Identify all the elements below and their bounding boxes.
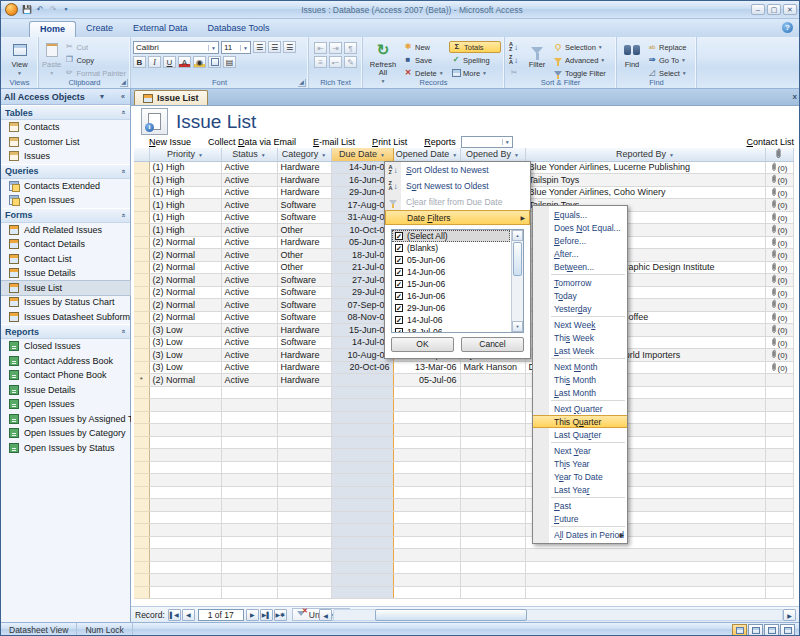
cell-rep[interactable] (525, 549, 765, 562)
new-record-button-nav[interactable]: ▶✱ (274, 609, 287, 621)
filter-value--select-all-[interactable]: ✓(Select All) (392, 230, 510, 242)
cell-sel[interactable] (134, 561, 149, 574)
cell-sta[interactable] (221, 561, 277, 574)
cell-sta[interactable]: Active (221, 374, 277, 387)
cell-att[interactable] (765, 474, 793, 487)
paste-button[interactable]: Paste▼ (41, 39, 62, 77)
menu-item-sort-oldest-to-newest[interactable]: AZ↓Sort Oldest to Newest (385, 162, 530, 178)
cell-sel[interactable] (134, 511, 149, 524)
menu-item-sort-newest-to-oldest[interactable]: ZA↓Sort Newest to Oldest (385, 178, 530, 194)
cell-due[interactable] (331, 586, 393, 599)
copy-button[interactable]: ❐Copy (62, 54, 128, 66)
cell-sta[interactable]: Active (221, 174, 277, 187)
cell-cat[interactable]: Other (277, 261, 331, 274)
cell-pri[interactable] (149, 386, 221, 399)
cell-od[interactable] (393, 511, 460, 524)
cell-due[interactable] (331, 524, 393, 537)
cell-due[interactable] (331, 436, 393, 449)
select-all-corner[interactable] (134, 148, 149, 161)
cell-att[interactable]: (0) (765, 224, 793, 237)
cell-pri[interactable] (149, 486, 221, 499)
cell-ob[interactable] (460, 499, 525, 512)
cell-sel[interactable] (134, 361, 149, 374)
checkbox-icon[interactable]: ✓ (395, 256, 403, 264)
cell-sta[interactable] (221, 399, 277, 412)
cell-cat[interactable]: Software (277, 336, 331, 349)
cell-sel[interactable]: * (134, 374, 149, 387)
filter-value-05-jun-06[interactable]: ✓05-Jun-06 (392, 254, 510, 266)
cell-due[interactable] (331, 386, 393, 399)
cell-att[interactable] (765, 561, 793, 574)
cell-att[interactable]: (0) (765, 174, 793, 187)
cell-cat[interactable]: Software (277, 274, 331, 287)
sidebar-item-issues-datasheet-subform[interactable]: Issues Datasheet Subform (1, 310, 130, 325)
cell-sta[interactable]: Active (221, 274, 277, 287)
cell-pri[interactable] (149, 511, 221, 524)
cell-att[interactable]: (0) (765, 199, 793, 212)
new-issue-link[interactable]: New Issue (149, 137, 191, 147)
cell-att[interactable]: (0) (765, 161, 793, 174)
filter-value-15-jun-06[interactable]: ✓15-Jun-06 (392, 278, 510, 290)
menu-item-clear-filter-from-due-date[interactable]: Clear filter from Due Date (385, 194, 530, 210)
cell-due[interactable] (331, 449, 393, 462)
datasheet-view-button[interactable] (732, 624, 747, 636)
collapse-chevron-icon[interactable]: « (121, 111, 128, 115)
cell-pri[interactable]: (2) Normal (149, 299, 221, 312)
record-position[interactable]: 1 of 17 (198, 609, 244, 621)
cell-sel[interactable] (134, 161, 149, 174)
cell-ob[interactable] (460, 374, 525, 387)
menu-item-last-quarter[interactable]: Last Quarter (533, 428, 627, 441)
cell-ob[interactable] (460, 524, 525, 537)
cell-att[interactable]: (0) (765, 324, 793, 337)
sidebar-item-open-issues-by-assigned-to[interactable]: Open Issues by Assigned To (1, 412, 130, 427)
menu-item-this-quarter[interactable]: This Quarter (533, 415, 627, 428)
menu-item-this-week[interactable]: This Week (533, 331, 627, 344)
align-right-button[interactable]: ☰ (283, 41, 296, 53)
cell-att[interactable]: (0) (765, 249, 793, 262)
reports-combo[interactable]: ▼ (461, 136, 513, 148)
cell-pri[interactable]: (2) Normal (149, 286, 221, 299)
cell-pri[interactable]: (2) Normal (149, 374, 221, 387)
nav-pane-collapse-icon[interactable]: « (119, 93, 127, 100)
cell-sta[interactable]: Active (221, 361, 277, 374)
cell-due[interactable] (331, 374, 393, 387)
bullets-icon[interactable]: •− (329, 56, 342, 68)
cell-pri[interactable] (149, 399, 221, 412)
qat-dropdown-icon[interactable]: ▼ (60, 4, 72, 16)
nav-pane-menu-icon[interactable]: ▼ (96, 93, 107, 100)
nav-section-header-tables[interactable]: Tables« (1, 105, 130, 120)
cell-sta[interactable]: Active (221, 161, 277, 174)
cell-sta[interactable] (221, 586, 277, 599)
menu-item-does-not-equal-[interactable]: Does Not Equal... (533, 221, 627, 234)
increase-indent-icon[interactable]: ⇥ (329, 42, 342, 54)
cell-cat[interactable]: Software (277, 299, 331, 312)
cell-pri[interactable]: (1) High (149, 224, 221, 237)
replace-button[interactable]: abReplace (645, 41, 689, 53)
cell-cat[interactable]: Hardware (277, 324, 331, 337)
cell-ob[interactable] (460, 386, 525, 399)
cell-sel[interactable] (134, 174, 149, 187)
cell-ob[interactable] (460, 561, 525, 574)
cell-sta[interactable]: Active (221, 236, 277, 249)
cell-att[interactable] (765, 486, 793, 499)
cell-od[interactable] (393, 574, 460, 587)
menu-item-this-year[interactable]: This Year (533, 457, 627, 470)
cell-pri[interactable]: (1) High (149, 211, 221, 224)
menu-item-all-dates-in-period[interactable]: All Dates in Period▶ (533, 528, 627, 541)
cell-sta[interactable] (221, 386, 277, 399)
nav-section-header-queries[interactable]: Queries« (1, 164, 130, 179)
cell-sel[interactable] (134, 399, 149, 412)
font-size-combo[interactable]: 11▼ (221, 41, 251, 54)
cell-pri[interactable] (149, 436, 221, 449)
scroll-thumb[interactable] (513, 242, 522, 276)
cell-rep[interactable] (525, 574, 765, 587)
cell-pri[interactable] (149, 411, 221, 424)
sidebar-item-issues-by-status-chart[interactable]: Issues by Status Chart (1, 295, 130, 310)
cell-sta[interactable] (221, 549, 277, 562)
cell-att[interactable] (765, 461, 793, 474)
cell-pri[interactable] (149, 499, 221, 512)
undo-icon[interactable]: ↶ (34, 4, 46, 16)
cell-sel[interactable] (134, 536, 149, 549)
cell-sta[interactable]: Active (221, 299, 277, 312)
cell-pri[interactable] (149, 561, 221, 574)
